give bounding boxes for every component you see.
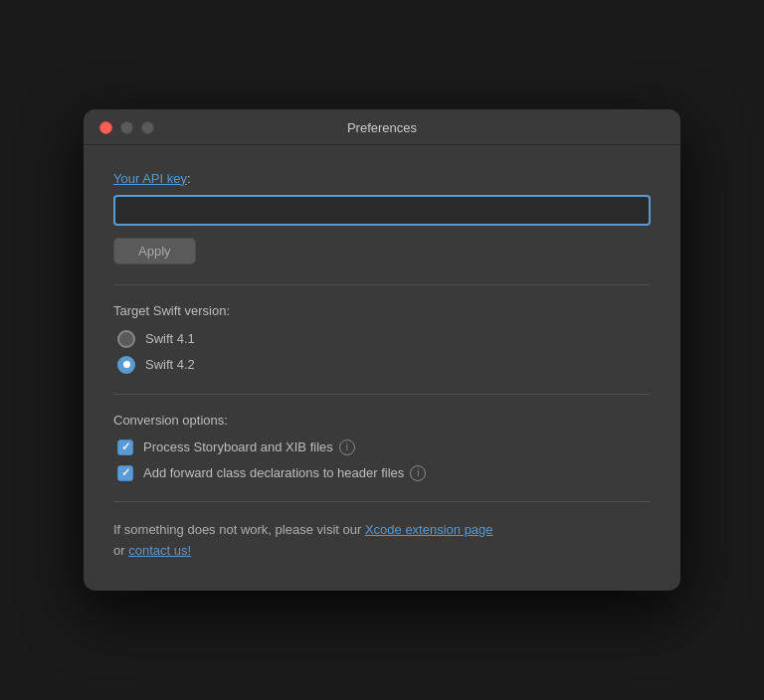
checkbox-forward-label-row: Add forward class declarations to header… (143, 465, 426, 481)
checkbox-storyboard-label-row: Process Storyboard and XIB files i (143, 439, 355, 455)
minimize-button[interactable] (120, 121, 133, 134)
checkbox-forward-label: Add forward class declarations to header… (143, 465, 404, 480)
api-key-section: Your API key: Apply (113, 169, 651, 264)
checkbox-forward[interactable]: Add forward class declarations to header… (117, 465, 651, 481)
conversion-options-section: Conversion options: Process Storyboard a… (113, 413, 651, 481)
swift-version-radio-group: Swift 4.1 Swift 4.2 (117, 330, 651, 374)
radio-swift41-circle (117, 330, 135, 348)
radio-swift42-label: Swift 4.2 (145, 357, 195, 372)
radio-swift42[interactable]: Swift 4.2 (117, 356, 651, 374)
radio-swift41[interactable]: Swift 4.1 (117, 330, 651, 348)
api-key-label-row: Your API key: (113, 169, 651, 187)
checkbox-storyboard[interactable]: Process Storyboard and XIB files i (117, 439, 651, 455)
close-button[interactable] (99, 121, 112, 134)
content-area: Your API key: Apply Target Swift version… (84, 145, 680, 592)
preferences-window: Preferences Your API key: Apply Target S… (84, 109, 680, 592)
api-key-label-suffix: : (187, 171, 191, 186)
checkbox-storyboard-box (117, 439, 133, 455)
api-key-input[interactable] (113, 195, 651, 226)
swift-version-title: Target Swift version: (113, 303, 651, 318)
divider-2 (113, 394, 651, 395)
footer-text-before: If something does not work, please visit… (113, 522, 365, 537)
contact-us-link[interactable]: contact us! (128, 543, 191, 558)
xcode-extension-link[interactable]: Xcode extension page (365, 522, 493, 537)
radio-swift41-label: Swift 4.1 (145, 331, 195, 346)
checkbox-forward-box (117, 465, 133, 481)
window-title: Preferences (347, 120, 417, 135)
apply-button[interactable]: Apply (113, 238, 196, 264)
forward-info-icon[interactable]: i (410, 465, 426, 481)
titlebar: Preferences (84, 109, 680, 145)
conversion-checkbox-group: Process Storyboard and XIB files i Add f… (117, 439, 651, 481)
divider-3 (113, 501, 651, 502)
checkbox-storyboard-label: Process Storyboard and XIB files (143, 439, 333, 454)
api-key-link[interactable]: Your API key (113, 171, 187, 186)
footer-section: If something does not work, please visit… (113, 520, 651, 562)
maximize-button[interactable] (141, 121, 154, 134)
traffic-lights (99, 121, 154, 134)
conversion-options-title: Conversion options: (113, 413, 651, 428)
storyboard-info-icon[interactable]: i (339, 439, 355, 455)
divider-1 (113, 284, 651, 285)
swift-version-section: Target Swift version: Swift 4.1 Swift 4.… (113, 303, 651, 374)
radio-swift42-circle (117, 356, 135, 374)
footer-text-or: or (113, 543, 128, 558)
